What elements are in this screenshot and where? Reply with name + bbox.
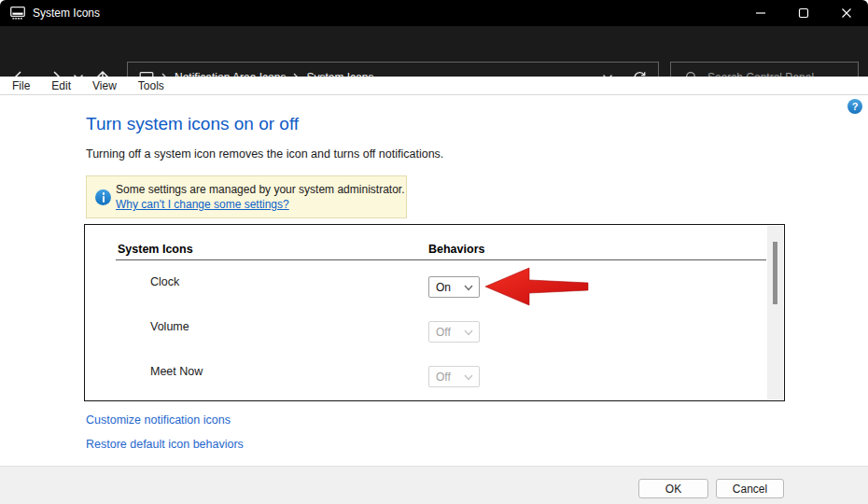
page-title: Turn system icons on or off xyxy=(86,114,299,134)
clock-behavior-dropdown[interactable]: On xyxy=(428,276,480,298)
why-cant-change-link[interactable]: Why can't I change some settings? xyxy=(116,197,404,212)
window-title: System Icons xyxy=(33,7,100,20)
minimize-button[interactable] xyxy=(739,0,782,26)
menu-edit[interactable]: Edit xyxy=(49,78,74,93)
admin-notice: Some settings are managed by your system… xyxy=(86,175,407,218)
footer-bar: OK Cancel xyxy=(0,466,868,504)
content-pane: ? Turn system icons on or off Turning of… xyxy=(0,95,868,466)
close-icon xyxy=(841,7,852,19)
meet-now-behavior-dropdown: Off xyxy=(428,366,480,387)
clock-behavior-value: On xyxy=(436,281,451,294)
maximize-icon xyxy=(798,7,809,19)
close-button[interactable] xyxy=(825,0,868,26)
maximize-button[interactable] xyxy=(782,0,825,26)
header-divider xyxy=(116,259,766,260)
restore-default-icon-behaviors-link[interactable]: Restore default icon behaviors xyxy=(86,438,244,451)
column-header-system-icons: System Icons xyxy=(118,243,193,256)
row-label-clock: Clock xyxy=(150,275,179,288)
minimize-icon xyxy=(755,7,766,19)
meet-now-behavior-value: Off xyxy=(436,371,451,384)
page-description: Turning off a system icon removes the ic… xyxy=(86,147,443,161)
table-scrollbar[interactable] xyxy=(767,226,783,399)
window-controls xyxy=(739,0,868,26)
navigation-bar: Notification Area Icons System Icons xyxy=(0,26,868,77)
menu-view[interactable]: View xyxy=(90,78,119,93)
cancel-button[interactable]: Cancel xyxy=(716,479,784,498)
menu-bar: File Edit View Tools xyxy=(0,77,868,95)
chevron-down-icon xyxy=(464,285,473,291)
system-icons-window: System Icons xyxy=(0,0,868,504)
notification-area-icon xyxy=(10,7,25,20)
menu-tools[interactable]: Tools xyxy=(135,78,167,93)
system-icons-table: System Icons Behaviors Clock On Volume O… xyxy=(84,224,785,401)
row-label-meet-now: Meet Now xyxy=(150,365,203,378)
chevron-down-icon xyxy=(464,374,473,381)
customize-notification-icons-link[interactable]: Customize notification icons xyxy=(86,413,231,427)
chevron-down-icon xyxy=(464,329,473,336)
scrollbar-thumb[interactable] xyxy=(773,242,777,304)
ok-button[interactable]: OK xyxy=(638,479,708,498)
volume-behavior-dropdown: Off xyxy=(428,321,480,343)
admin-notice-text: Some settings are managed by your system… xyxy=(116,183,404,196)
help-button[interactable]: ? xyxy=(847,99,862,114)
row-label-volume: Volume xyxy=(150,320,189,333)
volume-behavior-value: Off xyxy=(436,326,451,339)
title-bar: System Icons xyxy=(0,0,868,26)
menu-file[interactable]: File xyxy=(9,78,33,93)
info-icon xyxy=(95,189,111,205)
column-header-behaviors: Behaviors xyxy=(428,243,484,256)
